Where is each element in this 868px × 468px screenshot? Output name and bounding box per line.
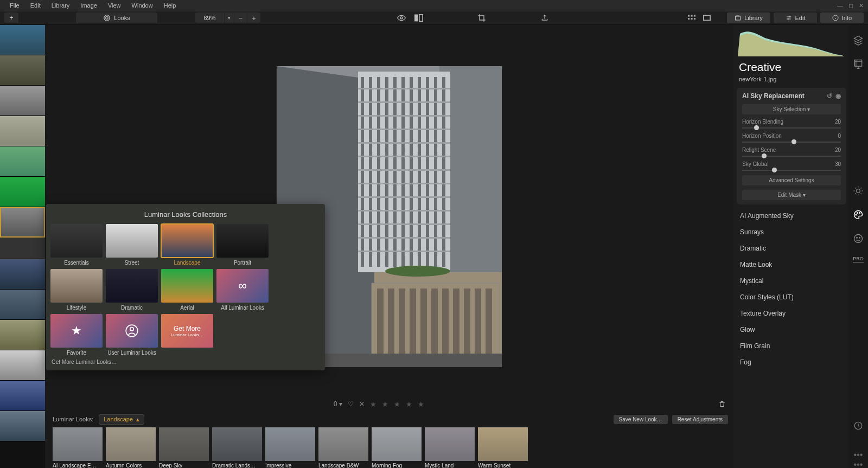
collection-favorite[interactable]: ★Favorite	[50, 314, 103, 356]
slider-sky-global[interactable]: Sky Global30	[742, 161, 841, 171]
crop-tool-icon[interactable]	[475, 12, 489, 23]
filter-item[interactable]: AI Augmented Sky	[737, 208, 846, 224]
collection-landscape[interactable]: Landscape	[161, 224, 213, 266]
filter-item[interactable]: Sunrays	[737, 224, 846, 240]
tab-library[interactable]: Library	[727, 12, 770, 23]
menu-library[interactable]: Library	[46, 2, 75, 9]
zoom-in-button[interactable]: +	[247, 12, 260, 23]
look-preset[interactable]: Warm Sunset	[478, 427, 528, 468]
collection-user-luminar-looks[interactable]: User Luminar Looks	[106, 314, 158, 356]
filmstrip-thumb[interactable]	[0, 381, 45, 411]
window-minimize-icon[interactable]: —	[837, 2, 843, 9]
menu-help[interactable]: Help	[158, 2, 182, 9]
filmstrip-thumb[interactable]	[0, 290, 45, 320]
menu-image[interactable]: Image	[75, 2, 103, 9]
looks-panel-button[interactable]: Looks	[76, 12, 157, 23]
look-preset[interactable]: Deep Sky	[159, 427, 209, 468]
filmstrip-thumb[interactable]	[0, 411, 45, 441]
collection-street[interactable]: Street	[106, 224, 158, 266]
rating-star[interactable]: ★	[418, 400, 424, 408]
menu-view[interactable]: View	[103, 2, 126, 9]
popup-footer-link[interactable]: Get More Luminar Looks…	[49, 356, 322, 365]
compare-icon[interactable]	[412, 12, 426, 23]
filmstrip-thumb-selected[interactable]	[0, 207, 45, 238]
menu-edit[interactable]: Edit	[25, 2, 46, 9]
menu-file[interactable]: File	[4, 2, 25, 9]
filmstrip-thumb[interactable]	[0, 177, 45, 207]
palette-icon[interactable]	[852, 208, 865, 221]
eye-icon[interactable]	[394, 12, 409, 23]
history-icon[interactable]	[852, 419, 865, 432]
collection-lifestyle[interactable]: Lifestyle	[50, 269, 103, 311]
face-icon[interactable]	[852, 232, 865, 245]
looks-collection-dropdown[interactable]: Landscape▴	[99, 414, 144, 425]
tab-info[interactable]: Info	[820, 12, 864, 23]
sun-icon[interactable]	[852, 184, 865, 197]
collection-all-luminar-looks[interactable]: ∞All Luminar Looks	[216, 269, 269, 311]
look-preset[interactable]: AI Landscape E…	[53, 427, 103, 468]
look-preset[interactable]: Impressive	[265, 427, 315, 468]
filmstrip-thumb[interactable]	[0, 55, 45, 86]
filmstrip-thumb[interactable]	[0, 238, 45, 259]
filmstrip-thumb[interactable]	[0, 146, 45, 177]
undo-icon[interactable]: ↺	[827, 92, 832, 100]
filter-item[interactable]: Mystical	[737, 273, 846, 289]
zoom-percent[interactable]: 69%	[195, 12, 225, 23]
menu-window[interactable]: Window	[126, 2, 158, 9]
add-button[interactable]: +	[4, 12, 18, 23]
more-icon[interactable]: ••••••	[852, 457, 865, 463]
window-maximize-icon[interactable]: ◻	[848, 2, 853, 9]
edit-mask-button[interactable]: Edit Mask ▾	[742, 190, 841, 200]
save-look-button[interactable]: Save New Look…	[614, 415, 668, 424]
window-close-icon[interactable]: ✕	[859, 2, 864, 9]
zoom-out-button[interactable]: −	[234, 12, 247, 23]
collection-aerial[interactable]: Aerial	[161, 269, 213, 311]
filter-item[interactable]: Film Grain	[737, 338, 846, 354]
rating-star[interactable]: ★	[382, 400, 388, 408]
look-preset[interactable]: Morning Fog	[372, 427, 422, 468]
filter-item[interactable]: Texture Overlay	[737, 305, 846, 322]
canvas-icon[interactable]	[852, 57, 865, 70]
filmstrip-thumb[interactable]	[0, 86, 45, 116]
layers-icon[interactable]	[852, 34, 865, 47]
toggle-visibility-icon[interactable]: ◉	[835, 92, 841, 100]
advanced-settings-button[interactable]: Advanced Settings	[742, 175, 841, 185]
filmstrip-thumb[interactable]	[0, 116, 45, 146]
filmstrip-thumb[interactable]	[0, 25, 45, 55]
filter-item[interactable]: Fog	[737, 354, 846, 370]
svg-rect-6	[691, 15, 692, 17]
reset-adjustments-button[interactable]: Reset Adjustments	[672, 415, 728, 424]
collection-dramatic[interactable]: Dramatic	[106, 269, 158, 311]
export-icon[interactable]	[538, 12, 552, 23]
collection-portrait[interactable]: Portrait	[216, 224, 269, 266]
filmstrip-thumb[interactable]	[0, 350, 45, 381]
rating-star[interactable]: ★	[370, 400, 376, 408]
reject-icon[interactable]: ✕	[359, 400, 365, 408]
filter-item[interactable]: Matte Look	[737, 257, 846, 273]
color-label-count[interactable]: 0 ▾	[334, 400, 342, 408]
look-preset[interactable]: Autumn Colors	[106, 427, 156, 468]
slider-horizon-blending[interactable]: Horizon Blending20	[742, 119, 841, 129]
sky-selection-button[interactable]: Sky Selection ▾	[742, 104, 841, 114]
collection-essentials[interactable]: Essentials	[50, 224, 103, 266]
filmstrip-thumb[interactable]	[0, 259, 45, 290]
tab-edit[interactable]: Edit	[774, 12, 817, 23]
histogram[interactable]	[738, 28, 845, 56]
heart-icon[interactable]: ♡	[348, 400, 354, 408]
single-view-icon[interactable]	[701, 12, 713, 23]
filter-item[interactable]: Glow	[737, 322, 846, 338]
look-preset[interactable]: Landscape B&W	[318, 427, 368, 468]
look-preset[interactable]: Dramatic Lands…	[212, 427, 262, 468]
rating-star[interactable]: ★	[394, 400, 400, 408]
slider-horizon-position[interactable]: Horizon Position0	[742, 133, 841, 143]
get-more-looks-button[interactable]: Get MoreLuminar Looks…	[161, 314, 213, 356]
slider-relight-scene[interactable]: Relight Scene20	[742, 147, 841, 157]
look-preset[interactable]: Mystic Land	[425, 427, 475, 468]
rating-star[interactable]: ★	[406, 400, 412, 408]
filmstrip-thumb[interactable]	[0, 320, 45, 350]
filter-item[interactable]: Color Styles (LUT)	[737, 289, 846, 305]
filter-item[interactable]: Dramatic	[737, 240, 846, 257]
trash-icon[interactable]	[718, 400, 726, 408]
zoom-dropdown[interactable]: ▾	[225, 12, 234, 23]
grid-view-icon[interactable]	[686, 12, 698, 23]
